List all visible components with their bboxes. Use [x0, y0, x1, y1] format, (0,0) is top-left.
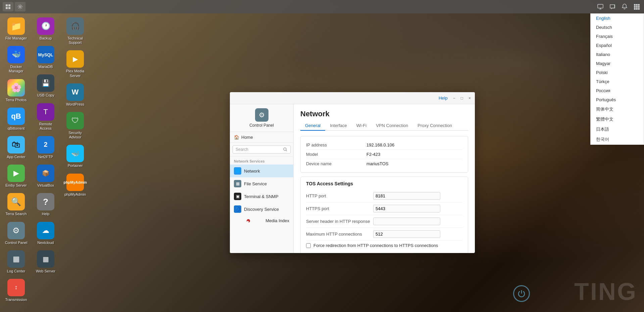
sidebar-item-terminal[interactable]: ▣ Terminal & SNMP — [230, 190, 293, 203]
tab-interface[interactable]: Interface — [325, 121, 352, 131]
desktop-icon-security[interactable]: 🛡 Security Advisor — [62, 111, 89, 141]
https-port-input[interactable] — [373, 205, 440, 212]
apps-taskbar-icon[interactable] — [632, 2, 641, 11]
desktop-icon-techsupport[interactable]: 🎧 Technical Support — [62, 16, 89, 46]
desktop-icon-controlpanel[interactable]: ⚙ Control Panel — [3, 221, 30, 246]
power-icon[interactable] — [513, 285, 530, 302]
desktop-icon-help[interactable]: ? Help — [32, 192, 59, 217]
desktop-icon-phpmyadmin[interactable]: phpMyAdmin phpMyAdmin — [62, 172, 89, 198]
release-ports-checkbox[interactable] — [306, 253, 311, 253]
server-header-input[interactable] — [373, 217, 440, 225]
desktop-icon-portainer[interactable]: 🐳 Portainer — [62, 143, 89, 169]
desktop-icon-virtualbox[interactable]: 📦 VirtualBox — [32, 163, 59, 189]
desktop-icon-logcenter[interactable]: ▦ Log Center — [3, 249, 30, 275]
lang-polski[interactable]: Polski — [591, 68, 644, 77]
desktop-icon-docker[interactable]: 🐳 Docker Manager — [3, 45, 30, 75]
settings-taskbar-button[interactable] — [15, 2, 26, 11]
lang-deutsch[interactable]: Deutsch — [591, 23, 644, 32]
desktop-icon-emby[interactable]: ▶ Emby Server — [3, 163, 30, 189]
lang-korean[interactable]: 한국어 — [591, 134, 644, 144]
desktop-icon-net2ftp[interactable]: 2 Net2FTP — [32, 135, 59, 161]
wordpress-icon: W — [66, 83, 84, 101]
max-http-input[interactable] — [373, 230, 440, 238]
webserver-icon: ▦ — [37, 250, 54, 268]
cp-body: ⚙ Control Panel 🏠 Home Search Network Se… — [230, 104, 475, 253]
security-label: Security Advisor — [63, 131, 87, 139]
sidebar-header: ⚙ Control Panel — [230, 104, 293, 132]
http-port-label: HTTP port — [306, 193, 373, 198]
appcenter-label: App Center — [7, 155, 26, 159]
release-ports-label: Release ports 80 and 443 — [313, 253, 363, 253]
lang-turkce[interactable]: Türkçe — [591, 77, 644, 86]
remoteaccess-label: Remote Access — [34, 122, 58, 131]
grid-button[interactable] — [3, 2, 13, 11]
max-http-row: Maximum HTTP connections — [306, 228, 462, 241]
discovery-icon: 🔵 — [234, 205, 241, 213]
desktop-icon-wordpress[interactable]: W WordPress — [62, 82, 89, 108]
virtualbox-icon: 📦 — [37, 165, 54, 182]
photos-icon: 🌸 — [7, 79, 25, 97]
cp-main-header: Network General Interface Wi-Fi VPN Conn… — [294, 104, 475, 131]
desktop-icon-mariadb[interactable]: MySQL MariaDB — [32, 45, 59, 70]
home-icon: 🏠 — [234, 135, 239, 140]
desktop-icon-transmission[interactable]: ↕ Transmission — [3, 277, 30, 303]
lang-espanol[interactable]: Español — [591, 41, 644, 50]
taskbar-right — [596, 2, 641, 11]
tab-vpn[interactable]: VPN Connection — [371, 121, 413, 131]
sidebar-search-wrapper[interactable]: Search — [233, 145, 291, 153]
desktop-icon-terrasearch[interactable]: 🔍 Terra Search — [3, 192, 30, 217]
lang-russia[interactable]: Россия — [591, 86, 644, 95]
sidebar-item-discovery[interactable]: 🔵 Discovery Service — [230, 203, 293, 215]
language-dropdown: English Deutsch Français Español Italian… — [590, 13, 644, 145]
https-redirect-checkbox[interactable] — [306, 243, 311, 248]
tab-general[interactable]: General — [300, 121, 325, 131]
minimize-btn[interactable]: − — [452, 95, 457, 101]
monitor-taskbar-icon[interactable] — [596, 2, 605, 11]
desktop-icon-webserver[interactable]: ▦ Web Server — [32, 249, 59, 275]
network-item-label: Network — [244, 169, 260, 174]
desktop-icon-appcenter[interactable]: 🛍 App Center — [3, 135, 30, 161]
desktop-icon-nextcloud[interactable]: ☁ Nextcloud — [32, 221, 59, 246]
cp-titlebar: Help − □ × — [230, 92, 475, 104]
sidebar-section-title: Network Services — [230, 157, 293, 165]
lang-magyar[interactable]: Magyar — [591, 59, 644, 68]
usbcopy-icon: 💾 — [37, 74, 54, 92]
tab-wifi[interactable]: Wi-Fi — [352, 121, 371, 131]
desktop-icon-photos[interactable]: 🌸 Terra Photos — [3, 78, 30, 104]
lang-japanese[interactable]: 日本語 — [591, 124, 644, 134]
https-redirect-label: Force redirection from HTTP connections … — [313, 243, 438, 248]
sidebar-item-file-service[interactable]: ▦ File Service — [230, 177, 293, 190]
sidebar-item-media[interactable]: ● Media Index — [230, 215, 293, 226]
desktop-icon-backup[interactable]: 🕐 Backup — [32, 16, 59, 42]
desktop-icon-file-manager[interactable]: 📁 File Manager — [3, 16, 30, 42]
home-label: Home — [241, 135, 253, 140]
lang-simplified-chinese[interactable]: 简体中文 — [591, 104, 644, 114]
lang-italiano[interactable]: Italiano — [591, 50, 644, 59]
http-port-input[interactable] — [373, 192, 440, 200]
lang-english[interactable]: English — [591, 14, 644, 23]
maximize-btn[interactable]: □ — [459, 95, 464, 101]
chat-taskbar-icon[interactable] — [608, 2, 617, 11]
lang-traditional-chinese[interactable]: 繁體中文 — [591, 114, 644, 124]
sidebar-search-placeholder: Search — [236, 147, 248, 152]
svg-rect-12 — [634, 8, 636, 10]
sidebar-home-item[interactable]: 🏠 Home — [230, 132, 293, 143]
desktop-icon-qbittorrent[interactable]: qB qBittorrent — [3, 106, 30, 132]
lang-portuguese[interactable]: Português — [591, 95, 644, 104]
desktop-icon-remoteaccess[interactable]: T Remote Access — [32, 102, 59, 132]
desktop-icons: 📁 File Manager 🐳 Docker Manager 🌸 Terra … — [3, 16, 97, 308]
desktop-icon-plex[interactable]: ▶ Plex Media Server — [62, 49, 89, 79]
sidebar-item-network[interactable]: 🌐 Network — [230, 165, 293, 177]
portainer-label: Portainer — [68, 164, 83, 168]
cp-sidebar: ⚙ Control Panel 🏠 Home Search Network Se… — [230, 104, 294, 253]
desktop-icon-usbcopy[interactable]: 💾 USB Copy — [32, 73, 59, 99]
info-card: IP address 192.168.0.106 Model F2-423 De… — [300, 136, 468, 173]
help-btn[interactable]: Help — [437, 95, 449, 101]
bell-taskbar-icon[interactable] — [620, 2, 629, 11]
close-btn[interactable]: × — [467, 95, 472, 101]
tos-section-title: TOS Access Settings — [306, 181, 462, 186]
svg-point-4 — [19, 6, 21, 8]
lang-francais[interactable]: Français — [591, 32, 644, 41]
svg-point-15 — [284, 148, 286, 150]
tab-proxy[interactable]: Proxy Connection — [413, 121, 457, 131]
